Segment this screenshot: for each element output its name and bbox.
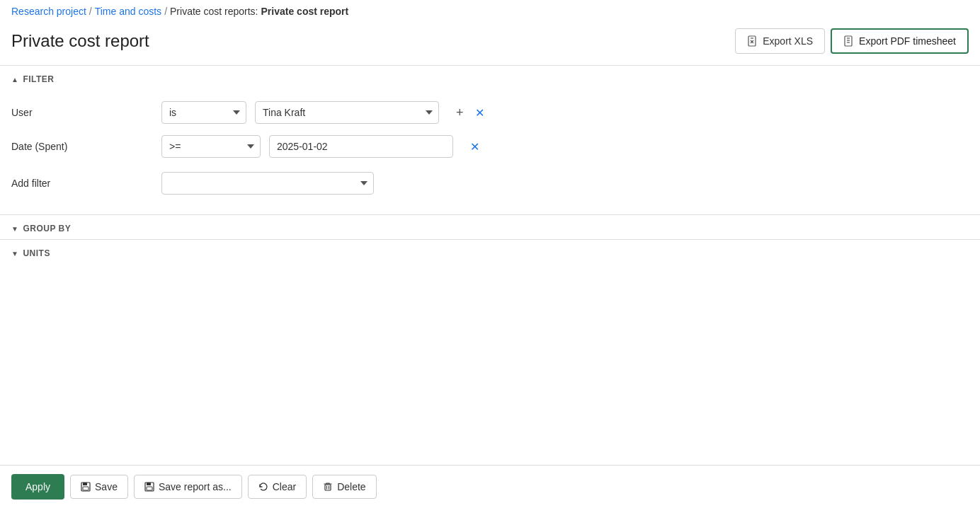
group-by-chevron-icon bbox=[11, 224, 18, 233]
export-pdf-label: Export PDF timesheet bbox=[859, 35, 956, 47]
filter-section-label: FILTER bbox=[23, 74, 54, 84]
export-xls-button[interactable]: Export XLS bbox=[735, 28, 825, 54]
filter-date-value-input[interactable] bbox=[269, 135, 453, 158]
save-as-icon bbox=[144, 482, 154, 492]
breadcrumb-project[interactable]: Research project bbox=[11, 6, 86, 17]
svg-rect-9 bbox=[83, 483, 87, 485]
units-section-header[interactable]: UNITS bbox=[11, 240, 969, 264]
breadcrumb-sep-2: / bbox=[164, 6, 167, 17]
add-filter-label: Add filter bbox=[11, 178, 153, 189]
units-section: UNITS bbox=[0, 239, 980, 264]
filter-user-value-select[interactable]: Tina Kraft bbox=[255, 101, 439, 124]
group-by-section-label: GROUP BY bbox=[23, 224, 71, 233]
delete-label: Delete bbox=[337, 481, 365, 492]
breadcrumb-current: Private cost report bbox=[261, 6, 349, 17]
svg-rect-10 bbox=[83, 487, 89, 490]
export-pdf-button[interactable]: Export PDF timesheet bbox=[831, 28, 969, 54]
clear-button[interactable]: Clear bbox=[248, 475, 307, 499]
filter-user-operator-wrapper: is is not bbox=[161, 101, 246, 124]
add-filter-select[interactable] bbox=[161, 172, 374, 195]
header-actions: Export XLS Export PDF timesheet bbox=[735, 28, 969, 54]
group-by-section: GROUP BY bbox=[0, 214, 980, 239]
page-header: Private cost report Export XLS Exp bbox=[0, 23, 980, 65]
svg-rect-4 bbox=[845, 36, 852, 46]
svg-rect-14 bbox=[325, 485, 331, 490]
units-section-label: UNITS bbox=[23, 248, 50, 258]
clear-label: Clear bbox=[273, 481, 296, 492]
filter-section: FILTER User is is not Tina bbox=[0, 65, 980, 214]
delete-button[interactable]: Delete bbox=[312, 475, 376, 499]
filter-user-controls: + ✕ bbox=[453, 103, 487, 123]
filter-date-value-wrapper bbox=[269, 135, 453, 158]
filter-date-operator-select[interactable]: >= <= = > < bbox=[161, 135, 261, 158]
filter-user-label: User bbox=[11, 107, 153, 118]
filter-body: User is is not Tina Kraft bbox=[11, 90, 969, 214]
filter-date-label: Date (Spent) bbox=[11, 141, 153, 152]
apply-button[interactable]: Apply bbox=[11, 474, 64, 500]
save-label: Save bbox=[95, 481, 118, 492]
filter-user-value-wrapper: Tina Kraft bbox=[255, 101, 439, 124]
save-report-as-label: Save report as... bbox=[159, 481, 232, 492]
filter-date-operator-wrapper: >= <= = > < bbox=[161, 135, 261, 158]
filter-user-operator-select[interactable]: is is not bbox=[161, 101, 246, 124]
breadcrumb-sep-1: / bbox=[89, 6, 92, 17]
svg-rect-13 bbox=[147, 487, 152, 490]
footer-bar: Apply Save Save report as... Clear bbox=[0, 465, 980, 508]
filter-row-date: Date (Spent) >= <= = > < bbox=[11, 129, 969, 163]
add-filter-select-wrapper bbox=[161, 172, 374, 195]
filter-row-user: User is is not Tina Kraft bbox=[11, 96, 969, 129]
file-xls-icon bbox=[747, 35, 758, 47]
filter-user-add-button[interactable]: + bbox=[453, 103, 467, 123]
file-pdf-icon bbox=[843, 35, 855, 47]
page-title: Private cost report bbox=[11, 31, 149, 51]
save-report-as-button[interactable]: Save report as... bbox=[134, 475, 242, 499]
breadcrumb-section[interactable]: Time and costs bbox=[95, 6, 161, 17]
svg-rect-0 bbox=[748, 36, 756, 46]
save-button[interactable]: Save bbox=[70, 475, 128, 499]
breadcrumb-prefix: Private cost reports: bbox=[170, 6, 258, 17]
filter-chevron-icon bbox=[11, 74, 18, 84]
filter-user-remove-button[interactable]: ✕ bbox=[472, 103, 487, 122]
svg-rect-12 bbox=[147, 483, 151, 485]
add-filter-row: Add filter bbox=[11, 163, 969, 203]
breadcrumb: Research project / Time and costs / Priv… bbox=[0, 0, 980, 23]
save-icon bbox=[81, 482, 91, 492]
filter-section-header[interactable]: FILTER bbox=[11, 66, 969, 90]
export-xls-label: Export XLS bbox=[763, 35, 813, 47]
group-by-section-header[interactable]: GROUP BY bbox=[11, 215, 969, 239]
trash-icon bbox=[323, 482, 333, 492]
undo-icon bbox=[258, 482, 268, 492]
units-chevron-icon bbox=[11, 248, 18, 258]
filter-date-controls: ✕ bbox=[467, 137, 482, 156]
filter-date-remove-button[interactable]: ✕ bbox=[467, 137, 482, 156]
